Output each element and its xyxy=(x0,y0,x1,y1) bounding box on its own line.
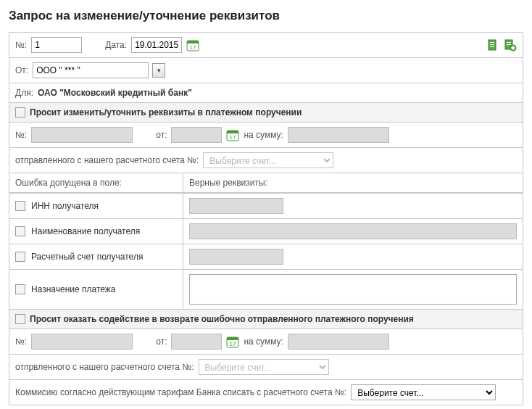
svg-rect-1 xyxy=(187,41,199,44)
section2-fields: №: от: 17 на сумму: xyxy=(9,329,523,355)
calendar-icon[interactable]: 17 xyxy=(226,128,239,141)
row-value-input[interactable] xyxy=(189,198,283,214)
s1-account-label: отправленного с нашего расчетного счета … xyxy=(15,155,199,165)
num-label: №: xyxy=(15,40,27,50)
grid-row: Наименование получателя xyxy=(9,218,523,244)
to-value: ОАО "Московский кредитный банк" xyxy=(38,88,192,98)
date-label: Дата: xyxy=(105,40,127,50)
grid-col1-header: Ошибка допущена в поле: xyxy=(9,173,183,192)
svg-rect-8 xyxy=(507,42,511,43)
s1-num-label: №: xyxy=(15,130,27,140)
svg-rect-9 xyxy=(507,44,511,45)
s1-account-select[interactable]: Выберите счет... xyxy=(203,152,333,168)
row-checkbox[interactable] xyxy=(15,284,25,294)
row-label: Назначение платежа xyxy=(31,284,116,294)
commission-label: Коммисию согласно действующим тарифам Ба… xyxy=(15,387,346,397)
row-checkbox[interactable] xyxy=(15,226,25,236)
s2-num-label: №: xyxy=(15,336,27,347)
s1-num-input[interactable] xyxy=(31,127,133,143)
s1-date-input[interactable] xyxy=(171,127,222,143)
row-checkbox[interactable] xyxy=(15,201,25,211)
row-value-input[interactable] xyxy=(189,249,283,265)
doc-add-icon[interactable] xyxy=(504,38,517,51)
doc-icon[interactable] xyxy=(486,38,499,51)
svg-text:17: 17 xyxy=(230,341,236,347)
s2-num-input[interactable] xyxy=(31,334,133,350)
svg-rect-14 xyxy=(227,131,238,133)
grid-row: Назначение платежа xyxy=(9,269,523,310)
section2-header: Просит оказать содействие в возврате оши… xyxy=(9,310,523,329)
row-label: ИНН получателя xyxy=(31,201,99,211)
svg-rect-5 xyxy=(490,44,494,45)
to-row: Для: ОАО "Московский кредитный банк" xyxy=(9,83,523,103)
s2-account-label: отпрвленного с нашего расчетного счета №… xyxy=(15,362,194,372)
s1-sum-label: на сумму: xyxy=(244,130,283,140)
svg-rect-17 xyxy=(227,337,238,340)
commission-select[interactable]: Выберите счет... xyxy=(351,384,496,400)
commission-row: Коммисию согласно действующим тарифам Ба… xyxy=(9,380,523,405)
grid-row: ИНН получателя xyxy=(9,193,523,218)
s2-sum-label: на сумму: xyxy=(244,336,283,347)
svg-text:17: 17 xyxy=(190,44,196,51)
calendar-icon[interactable]: 17 xyxy=(226,335,239,348)
header-row: №: Дата: 17 xyxy=(9,33,523,58)
section2-title: Просит оказать содействие в возврате оши… xyxy=(30,314,414,324)
from-input[interactable] xyxy=(33,62,149,78)
grid-header: Ошибка допущена в поле: Верные реквизиты… xyxy=(9,173,523,193)
s2-sum-input[interactable] xyxy=(288,334,389,350)
s2-date-input[interactable] xyxy=(171,334,222,350)
form-panel: №: Дата: 17 От: ▼ Для: ОАО "Московский к… xyxy=(9,32,523,405)
svg-text:17: 17 xyxy=(230,134,236,141)
row-checkbox[interactable] xyxy=(15,252,25,262)
calendar-icon[interactable]: 17 xyxy=(186,38,199,51)
section1-fields: №: от: 17 на сумму: xyxy=(9,123,523,148)
section1-title: Просит изменить/уточнить реквизиты в пла… xyxy=(30,107,302,117)
page-title: Запрос на изменение/уточнение реквизитов xyxy=(9,9,523,23)
grid-row: Расчетный счет получателя xyxy=(9,244,523,269)
s2-account-select[interactable]: Выберите счет... xyxy=(199,359,329,375)
svg-rect-6 xyxy=(490,46,494,47)
from-dropdown-button[interactable]: ▼ xyxy=(152,63,165,78)
s1-date-label: от: xyxy=(156,130,167,140)
s2-date-label: от: xyxy=(156,336,167,347)
svg-rect-12 xyxy=(512,47,515,49)
section1-header: Просит изменить/уточнить реквизиты в пла… xyxy=(9,103,523,123)
section1-checkbox[interactable] xyxy=(15,107,25,117)
s1-sum-input[interactable] xyxy=(288,127,389,143)
row-label: Наименование получателя xyxy=(31,226,140,236)
from-row: От: ▼ xyxy=(9,58,523,83)
row-value-textarea[interactable] xyxy=(189,274,517,305)
section2-checkbox[interactable] xyxy=(15,314,25,324)
row-label: Расчетный счет получателя xyxy=(31,252,143,262)
num-input[interactable] xyxy=(31,37,82,53)
section2-account-row: отпрвленного с нашего расчетного счета №… xyxy=(9,355,523,380)
row-value-input[interactable] xyxy=(189,223,517,239)
svg-rect-4 xyxy=(490,42,494,43)
to-label: Для: xyxy=(15,88,33,98)
date-input[interactable] xyxy=(131,37,182,53)
grid-col2-header: Верные реквизиты: xyxy=(183,173,523,192)
from-label: От: xyxy=(15,65,28,75)
section1-account-row: отправленного с нашего расчетного счета … xyxy=(9,148,523,173)
